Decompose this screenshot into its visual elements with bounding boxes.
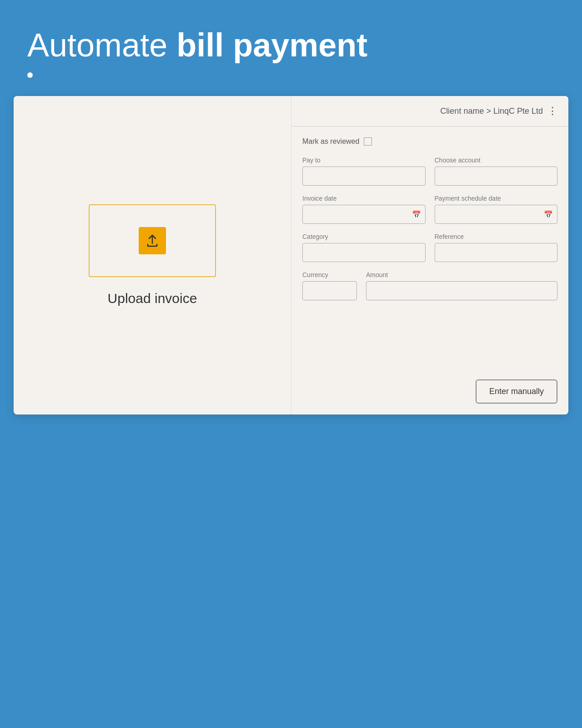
bottom-actions: Enter manually (302, 370, 557, 404)
category-label: Category (302, 233, 426, 240)
title-plain: Automate (27, 27, 176, 63)
currency-label: Currency (302, 271, 357, 278)
choose-account-input[interactable] (435, 167, 558, 186)
pay-to-field: Pay to (302, 157, 426, 186)
pay-to-label: Pay to (302, 157, 426, 164)
payment-schedule-input-wrapper: 📅 (435, 205, 558, 224)
invoice-date-field: Invoice date 📅 (302, 195, 426, 224)
more-options-icon[interactable]: ⋮ (547, 105, 557, 117)
choose-account-label: Choose account (435, 157, 558, 164)
upload-label: Upload invoice (108, 291, 197, 306)
amount-input[interactable] (366, 281, 557, 300)
category-field: Category (302, 233, 426, 262)
dot-indicator (27, 72, 555, 78)
page-title: Automate bill payment (27, 27, 555, 63)
payment-schedule-input[interactable] (435, 205, 558, 224)
form-header: Client name > LinqC Pte Ltd ⋮ (291, 96, 568, 126)
choose-account-field: Choose account (435, 157, 558, 186)
currency-field: Currency (302, 271, 357, 300)
form-body: Mark as reviewed Pay to Choose account I… (291, 126, 568, 415)
mark-reviewed-checkbox[interactable] (364, 137, 372, 146)
payment-schedule-field: Payment schedule date 📅 (435, 195, 558, 224)
main-card: Upload invoice Client name > LinqC Pte L… (14, 96, 568, 415)
invoice-date-input[interactable] (302, 205, 426, 224)
title-bold: bill payment (176, 27, 367, 63)
category-input[interactable] (302, 243, 426, 262)
dot-active (27, 72, 33, 78)
upload-icon (145, 233, 160, 248)
amount-field: Amount (366, 271, 557, 300)
mark-reviewed-row: Mark as reviewed (302, 137, 557, 146)
upload-panel[interactable]: Upload invoice (14, 96, 291, 415)
category-row: Category Reference (302, 233, 557, 262)
currency-input[interactable] (302, 281, 357, 300)
reference-label: Reference (435, 233, 558, 240)
pay-to-row: Pay to Choose account (302, 157, 557, 186)
form-panel: Client name > LinqC Pte Ltd ⋮ Mark as re… (291, 96, 568, 415)
currency-amount-row: Currency Amount (302, 271, 557, 300)
pay-to-input[interactable] (302, 167, 426, 186)
upload-icon-container (139, 227, 166, 254)
amount-label: Amount (366, 271, 557, 278)
payment-schedule-label: Payment schedule date (435, 195, 558, 202)
reference-input[interactable] (435, 243, 558, 262)
invoice-date-input-wrapper: 📅 (302, 205, 426, 224)
mark-reviewed-label: Mark as reviewed (302, 137, 359, 146)
breadcrumb: Client name > LinqC Pte Ltd (440, 106, 543, 116)
header-section: Automate bill payment (0, 0, 582, 96)
dates-row: Invoice date 📅 Payment schedule date 📅 (302, 195, 557, 224)
upload-box[interactable] (89, 204, 216, 277)
invoice-date-label: Invoice date (302, 195, 426, 202)
enter-manually-button[interactable]: Enter manually (476, 379, 557, 404)
reference-field: Reference (435, 233, 558, 262)
